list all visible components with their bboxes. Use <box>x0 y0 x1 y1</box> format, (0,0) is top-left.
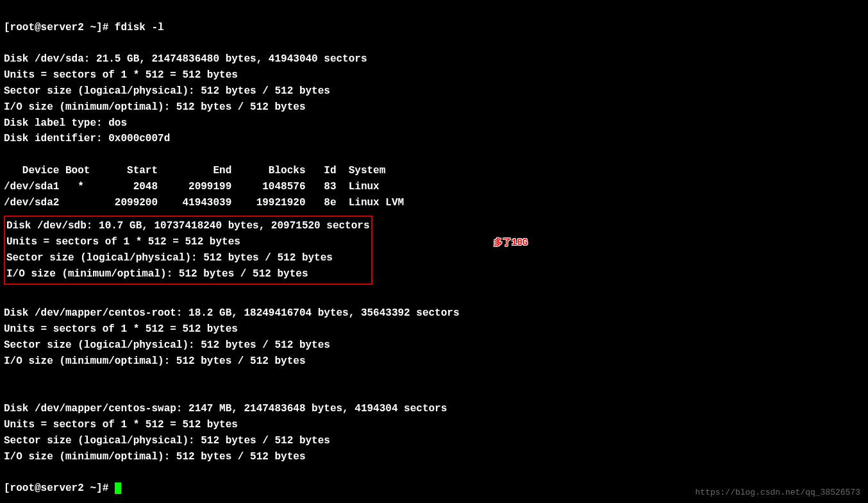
annotation-label: 多了10G <box>494 236 528 250</box>
disk-sda-label-type: Disk label type: dos <box>4 117 127 129</box>
watermark-text: https://blog.csdn.net/qq_38526573 <box>696 486 860 499</box>
command-prompt-1[interactable]: [root@server2 ~]# fdisk -l <box>4 22 164 33</box>
partition-table-header: Device Boot Start End Blocks Id System <box>4 165 385 176</box>
disk-sda-header: Disk /dev/sda: 21.5 GB, 21474836480 byte… <box>4 53 367 65</box>
disk-centos-root-io-size: I/O size (minimum/optimal): 512 bytes / … <box>4 355 305 367</box>
disk-sdb-units: Units = sectors of 1 * 512 = 512 bytes <box>6 236 240 248</box>
disk-centos-root-units: Units = sectors of 1 * 512 = 512 bytes <box>4 323 238 335</box>
disk-centos-swap-header: Disk /dev/mapper/centos-swap: 2147 MB, 2… <box>4 403 447 414</box>
terminal-output: [root@server2 ~]# fdisk -l Disk /dev/sda… <box>4 4 864 497</box>
highlighted-disk-sdb: Disk /dev/sdb: 10.7 GB, 10737418240 byte… <box>4 216 372 284</box>
cursor-icon <box>115 482 121 494</box>
partition-row-sda2: /dev/sda2 2099200 41943039 19921920 8e L… <box>4 197 404 209</box>
disk-sda-units: Units = sectors of 1 * 512 = 512 bytes <box>4 69 238 81</box>
command-prompt-2[interactable]: [root@server2 ~]# <box>4 482 115 494</box>
disk-centos-root-sector-size: Sector size (logical/physical): 512 byte… <box>4 339 330 351</box>
disk-sda-io-size: I/O size (minimum/optimal): 512 bytes / … <box>4 101 305 113</box>
disk-sdb-io-size: I/O size (minimum/optimal): 512 bytes / … <box>6 268 308 280</box>
disk-sdb-sector-size: Sector size (logical/physical): 512 byte… <box>6 252 333 264</box>
partition-row-sda1: /dev/sda1 * 2048 2099199 1048576 83 Linu… <box>4 181 380 192</box>
disk-sdb-header: Disk /dev/sdb: 10.7 GB, 10737418240 byte… <box>6 220 370 232</box>
disk-sda-sector-size: Sector size (logical/physical): 512 byte… <box>4 85 330 97</box>
disk-sda-identifier: Disk identifier: 0x000c007d <box>4 133 170 144</box>
disk-centos-swap-io-size: I/O size (minimum/optimal): 512 bytes / … <box>4 451 305 463</box>
disk-centos-swap-sector-size: Sector size (logical/physical): 512 byte… <box>4 435 330 447</box>
disk-centos-swap-units: Units = sectors of 1 * 512 = 512 bytes <box>4 419 238 431</box>
disk-centos-root-header: Disk /dev/mapper/centos-root: 18.2 GB, 1… <box>4 307 460 319</box>
